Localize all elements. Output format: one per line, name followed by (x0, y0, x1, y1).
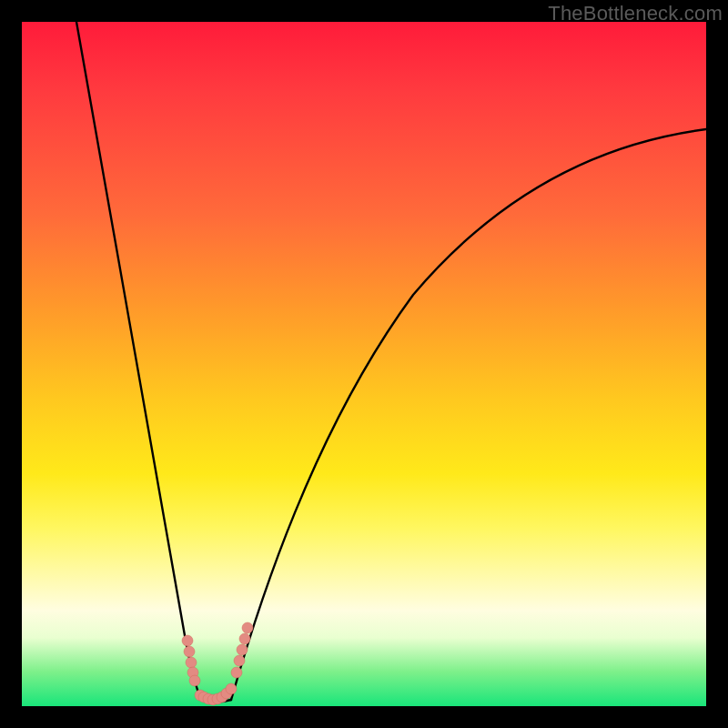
chart-svg (22, 22, 706, 706)
svg-point-12 (226, 683, 237, 694)
svg-point-4 (189, 675, 200, 686)
svg-point-13 (231, 667, 242, 678)
svg-point-16 (239, 633, 250, 644)
svg-point-17 (242, 622, 253, 633)
svg-point-1 (184, 646, 195, 657)
curve-left-branch (76, 22, 201, 700)
svg-point-2 (186, 657, 197, 668)
watermark-text: TheBottleneck.com (548, 2, 723, 25)
svg-point-0 (182, 635, 193, 646)
chart-frame (22, 22, 706, 706)
svg-point-14 (234, 655, 245, 666)
curve-right-branch (231, 129, 706, 700)
svg-point-15 (237, 644, 248, 655)
valley-dot-cluster (182, 622, 253, 705)
